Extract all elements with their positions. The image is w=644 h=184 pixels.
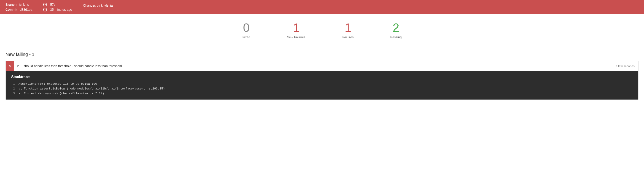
stacktrace-line: 3 at Context.<anonymous> (check-file-siz… — [11, 91, 633, 96]
stacktrace-title: Stacktrace — [11, 75, 633, 79]
failures-label: Failures — [342, 35, 354, 39]
test-header-row: × ∨ should bandle less than threshold - … — [6, 61, 638, 71]
test-expand-button[interactable]: ∨ — [14, 64, 22, 68]
new-failures-label: New Failures — [287, 35, 306, 39]
content-area: New failing - 1 × ∨ should bandle less t… — [0, 46, 644, 105]
duration-row: 57s — [43, 3, 72, 6]
fixed-label: Fixed — [242, 35, 250, 39]
stat-new-failures: 1 New Failures — [268, 21, 324, 39]
line-content: AssertionError: expected 115 to be below… — [18, 82, 97, 87]
new-failures-number: 1 — [293, 21, 299, 34]
stats-bar: 0 Fixed 1 New Failures 1 Failures 2 Pass… — [0, 14, 644, 46]
header-meta: 57s 35 minutes ago — [43, 3, 72, 11]
commit-value: d83d1ba — [20, 8, 32, 11]
duration-value: 57s — [50, 3, 55, 6]
header-branch-commit: Branch: jenkins Commit: d83d1ba — [6, 3, 32, 11]
stat-fixed: 0 Fixed — [224, 21, 268, 39]
changes-text: Changes by krivlenia — [83, 4, 113, 7]
changes-label: Changes by krivlenia — [83, 3, 113, 7]
stacktrace-lines: 1AssertionError: expected 115 to be belo… — [11, 82, 633, 96]
line-content: at Function.assert.isBelow (node_modules… — [18, 87, 165, 91]
branch-value: jenkins — [19, 3, 29, 6]
commit-label: Commit: — [6, 8, 18, 11]
passing-label: Passing — [390, 35, 402, 39]
line-content: at Context.<anonymous> (check-file-size.… — [18, 91, 104, 96]
expand-icon: ∨ — [17, 64, 19, 68]
line-number: 3 — [11, 91, 15, 96]
test-close-button[interactable]: × — [6, 61, 14, 71]
line-number: 2 — [11, 87, 15, 91]
time-ago: 35 minutes ago — [50, 8, 72, 11]
play-icon — [43, 3, 47, 6]
stacktrace-line: 2 at Function.assert.isBelow (node_modul… — [11, 87, 633, 91]
clock-icon — [43, 8, 47, 11]
stat-passing: 2 Passing — [372, 21, 420, 39]
test-name: should bandle less than threshold - shou… — [22, 61, 612, 71]
line-number: 1 — [11, 82, 15, 87]
section-title: New failing - 1 — [6, 52, 638, 57]
fixed-number: 0 — [243, 21, 250, 34]
close-icon: × — [9, 64, 11, 68]
stacktrace-container: Stacktrace 1AssertionError: expected 115… — [6, 71, 638, 100]
test-time: a few seconds — [612, 64, 638, 68]
passing-number: 2 — [393, 21, 399, 34]
failures-number: 1 — [345, 21, 351, 34]
test-container: × ∨ should bandle less than threshold - … — [6, 61, 638, 100]
stacktrace-line: 1AssertionError: expected 115 to be belo… — [11, 82, 633, 87]
header-bar: Branch: jenkins Commit: d83d1ba 57s 35 m… — [0, 0, 644, 14]
stat-failures: 1 Failures — [324, 21, 372, 39]
time-row: 35 minutes ago — [43, 8, 72, 11]
branch-label: Branch: — [6, 3, 18, 6]
